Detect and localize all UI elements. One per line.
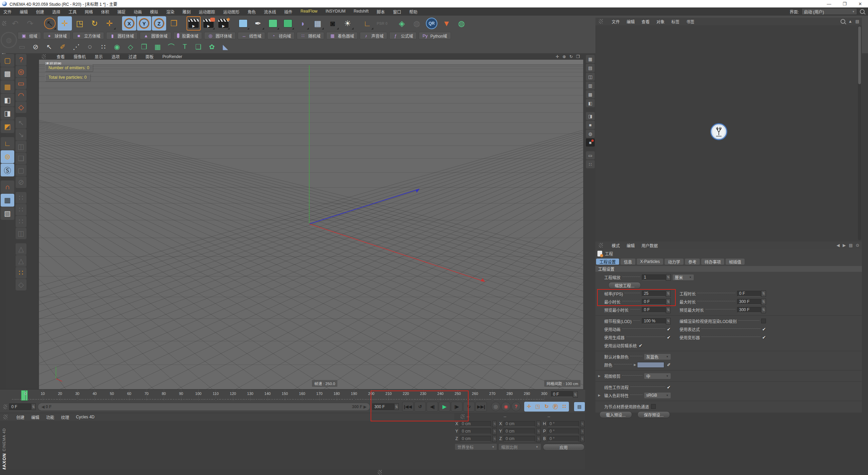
lod-field-spinner[interactable]: ⇅ — [666, 318, 671, 324]
current-frame-spinner[interactable]: ⇅ — [573, 391, 578, 398]
sound-field-button[interactable]: ♪声音域 — [360, 32, 387, 39]
xparticles-emitter-button[interactable]: ◈ — [395, 16, 409, 31]
scale-project-button[interactable]: 缩放工程... — [608, 282, 641, 289]
subdivision-surface-button[interactable] — [266, 16, 280, 31]
make-editable-button[interactable]: ▢ — [1, 54, 14, 67]
node-material-color-checkbox[interactable] — [651, 404, 656, 409]
live-selection-button[interactable]: ◎ — [16, 66, 26, 77]
y-axis-lock-button[interactable]: Y — [137, 16, 151, 31]
formula-field-button[interactable]: ƒ公式域 — [389, 32, 417, 39]
ruler-tick[interactable]: 290 — [524, 392, 530, 396]
shader-field-button[interactable]: ▦着色器域 — [326, 32, 358, 39]
coordinate-spinner[interactable]: ⇅ — [492, 428, 497, 435]
wire-cube-icon[interactable]: ▦ — [151, 41, 164, 53]
menubar-item-13[interactable]: 运动图形 — [223, 9, 239, 15]
ruler-tick[interactable]: 160 — [299, 392, 305, 396]
object-manager-grip[interactable] — [599, 19, 603, 24]
save-preset-button[interactable]: 保存预设... — [637, 411, 670, 418]
viewport-menu-6[interactable]: ProRender — [162, 54, 182, 59]
coordinate-field-h-2[interactable]: 0 ° — [548, 421, 579, 427]
viewport-corner-icon-0[interactable]: ✛ — [556, 54, 559, 59]
swirl-tool-icon[interactable]: ✿ — [205, 41, 218, 53]
coordinate-field-x-1[interactable]: 0 cm — [504, 421, 535, 427]
coord-space-select[interactable]: 世界坐标▼ — [455, 444, 497, 450]
object-menu-corner-icon-2[interactable]: ▤ — [855, 19, 859, 24]
tab-attr-3[interactable]: 动力学 — [665, 259, 684, 265]
frame-spinner[interactable]: ⇅ — [31, 403, 36, 410]
menubar-item-3[interactable]: 选择 — [52, 9, 60, 15]
key-rotation-toggle[interactable]: ↻ — [542, 402, 551, 411]
render-view-button[interactable]: ▶ — [186, 16, 201, 31]
menubar-item-19[interactable]: Redshift — [354, 9, 369, 15]
expand-icon[interactable]: ▶ — [598, 374, 600, 378]
viewport-menu-3[interactable]: 选项 — [112, 54, 120, 59]
ruler-tick[interactable]: 130 — [247, 392, 253, 396]
dock-icon-9[interactable]: ■ — [586, 138, 595, 147]
viewport-menu-2[interactable]: 显示 — [95, 54, 103, 59]
ruler-tick[interactable]: 270 — [489, 392, 495, 396]
edges-mode-button[interactable]: ◨ — [1, 107, 14, 120]
disabled-tool-icon[interactable]: ▢ — [16, 165, 26, 176]
dots-circle-icon[interactable]: ◌ — [83, 41, 96, 53]
goto-end-button[interactable]: ▶▶| — [475, 402, 487, 412]
disabled-tool-icon[interactable]: ⊘ — [16, 176, 26, 188]
use-animation-checkbox[interactable]: ✔ — [667, 327, 671, 332]
x-axis-lock-button[interactable]: X — [122, 16, 136, 31]
material-grip[interactable] — [3, 415, 7, 419]
menubar-item-17[interactable]: RealFlow — [300, 9, 317, 15]
axis-workplane-button[interactable]: ∟ — [360, 16, 374, 31]
attribute-menu-1[interactable]: 编辑 — [627, 243, 635, 248]
ruler-tick[interactable]: 30 — [75, 392, 79, 396]
measure-tool-icon[interactable]: ▭ — [16, 41, 28, 53]
capsule-field-button[interactable]: 胶囊体域 — [173, 32, 202, 39]
ruler-tick[interactable]: 50 — [110, 392, 114, 396]
disabled-tool-icon[interactable]: ◫ — [16, 141, 26, 152]
menubar-item-10[interactable]: 渲染 — [166, 9, 174, 15]
ruler-tick[interactable]: 280 — [507, 392, 513, 396]
ruler-tick[interactable]: 60 — [127, 392, 131, 396]
points-arrow-button[interactable]: ∷ — [16, 267, 26, 279]
viewport-menu-5[interactable]: 面板 — [145, 54, 154, 59]
viewport-corner-icon-3[interactable]: ❐ — [576, 54, 580, 59]
disabled-tool-icon[interactable]: ↘ — [16, 129, 26, 140]
menubar-item-15[interactable]: 流水线 — [264, 9, 276, 15]
max-time-field-spinner[interactable]: ⇅ — [761, 299, 766, 305]
color-swatch[interactable] — [637, 362, 664, 368]
key-position-toggle[interactable]: ✛ — [525, 402, 533, 411]
menubar-item-16[interactable]: 插件 — [284, 9, 292, 15]
menubar-item-9[interactable]: 模拟 — [150, 9, 158, 15]
points-mode-button[interactable]: ◧ — [1, 94, 14, 107]
scale-mode-select[interactable]: 缩放比例▼ — [499, 444, 540, 450]
ruler-tick[interactable]: 90 — [179, 392, 183, 396]
viewport[interactable]: 透视视图 Number of emitters: 0 Total live pa… — [39, 60, 583, 389]
coordinate-field-y-0[interactable]: 0 cm — [460, 429, 491, 434]
coordinate-field-x-0[interactable]: 0 cm — [460, 421, 491, 427]
object-menu-5[interactable]: 书签 — [686, 19, 694, 24]
ruler-tick[interactable]: 100 — [195, 392, 201, 396]
radial-field-button[interactable]: ◔径向域 — [267, 32, 295, 39]
coordinate-field-y-1[interactable]: 0 cm — [504, 429, 535, 434]
attribute-manager-grip[interactable] — [599, 243, 603, 248]
triangle-tool-icon[interactable]: △ — [16, 255, 26, 267]
coordinate-field-p-2[interactable]: 0 ° — [548, 429, 579, 434]
polygons-mode-button[interactable]: ◩ — [1, 120, 14, 133]
attribute-menu-corner-icon-2[interactable]: ▤ — [849, 243, 853, 248]
ruler-tick[interactable]: 80 — [162, 392, 166, 396]
visibility-dots-icon[interactable]: ∷ — [16, 204, 26, 215]
max-time-field[interactable]: 300 F — [737, 299, 761, 305]
viewport-menu-0[interactable]: 查看 — [57, 54, 65, 59]
dock-icon-11[interactable]: ∷ — [586, 160, 595, 168]
triangle-tool-icon[interactable]: △ — [16, 243, 26, 255]
coordinate-spinner[interactable]: ⇅ — [580, 436, 585, 442]
object-menu-1[interactable]: 编辑 — [627, 19, 635, 24]
record-snapshot-button[interactable]: ◎ — [491, 402, 500, 411]
dock-icon-10[interactable]: ▭ — [586, 151, 595, 159]
redo-button[interactable]: ↷ — [23, 16, 37, 31]
material-menu-1[interactable]: 编辑 — [31, 414, 39, 420]
commander-button[interactable]: ? — [16, 54, 26, 65]
coordinate-spinner[interactable]: ⇅ — [536, 421, 541, 427]
ruler-tick[interactable]: 10 — [41, 392, 45, 396]
bend-deformer-button[interactable]: ◗ — [296, 16, 310, 31]
viewport-corner-icon-2[interactable]: ↻ — [569, 54, 573, 59]
viewport-solo-button[interactable]: ⊜ — [1, 150, 14, 163]
